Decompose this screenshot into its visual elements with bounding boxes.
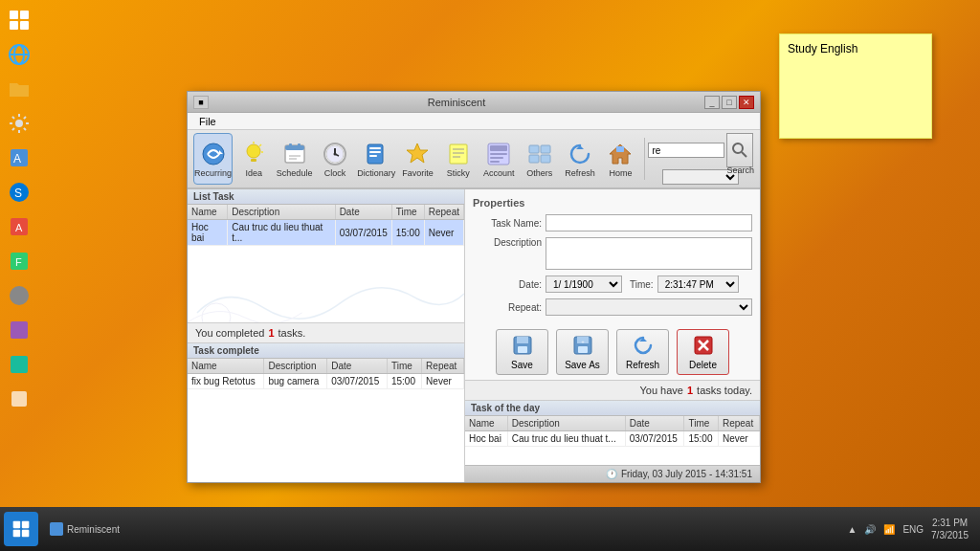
taskbar-clock[interactable]: 2:31 PM 7/3/2015 bbox=[931, 517, 969, 541]
svg-rect-49 bbox=[490, 153, 507, 155]
complete-desc: bug camera bbox=[264, 374, 327, 389]
close-button[interactable]: ✕ bbox=[739, 96, 754, 109]
svg-rect-2 bbox=[10, 21, 18, 30]
others-button[interactable]: Others bbox=[520, 133, 558, 185]
repeat-select[interactable] bbox=[546, 298, 752, 316]
task-complete-table-wrap: Name Description Date Time Repeat fix bu… bbox=[188, 359, 464, 482]
app2-icon[interactable]: A bbox=[4, 211, 34, 242]
task-summary-bar: You completed 1 tasks. bbox=[188, 323, 464, 343]
taskbar-date: 7/3/2015 bbox=[931, 529, 969, 541]
taskbar: Reminiscent ▲ 🔊 📶 ENG 2:31 PM 7/3/2015 bbox=[0, 507, 980, 551]
app1-icon[interactable]: A bbox=[4, 143, 34, 173]
svg-text:+: + bbox=[581, 339, 585, 344]
date-select[interactable]: 1/ 1/1900 bbox=[546, 276, 622, 293]
svg-rect-28 bbox=[285, 145, 304, 150]
minimize-button[interactable]: _ bbox=[704, 96, 720, 109]
dictionary-label: Dictionary bbox=[357, 169, 395, 178]
tod-name: Name bbox=[465, 416, 507, 431]
time-select[interactable]: 2:31:47 PM bbox=[657, 276, 739, 293]
svg-text:S: S bbox=[14, 187, 22, 200]
tod-desc-cell: Cau truc du lieu thuat t... bbox=[507, 431, 625, 447]
tod-date-cell: 03/07/2015 bbox=[625, 431, 684, 447]
search-label: Search bbox=[726, 166, 754, 175]
eng-indicator[interactable]: ENG bbox=[902, 524, 924, 535]
maximize-button[interactable]: □ bbox=[722, 96, 737, 109]
col-date: Date bbox=[335, 205, 391, 220]
description-input[interactable] bbox=[546, 237, 752, 270]
summary-text-1: You completed bbox=[195, 327, 264, 339]
sticky-note-content: Study English bbox=[788, 42, 858, 55]
status-bar: 🕐 Friday, 03 July 2015 - 14:31:51 bbox=[465, 465, 760, 482]
task-time-cell: 15:00 bbox=[391, 220, 424, 246]
table-row[interactable]: Hoc bai Cau truc du lieu thuat t... 03/0… bbox=[465, 431, 760, 447]
app5-icon[interactable] bbox=[4, 315, 34, 345]
task-of-day-header: Task of the day bbox=[465, 401, 760, 416]
favorite-label: Favorite bbox=[402, 169, 434, 178]
account-label: Account bbox=[483, 169, 515, 178]
date-label: Date: bbox=[473, 279, 542, 290]
settings-icon[interactable] bbox=[4, 108, 34, 139]
repeat-label: Repeat: bbox=[473, 302, 542, 313]
app6-icon[interactable] bbox=[4, 349, 34, 380]
save-button[interactable]: Save bbox=[496, 329, 548, 375]
refresh-button[interactable]: Refresh bbox=[561, 133, 599, 185]
window-title: Reminiscent bbox=[209, 97, 704, 108]
sticky-button[interactable]: Sticky bbox=[439, 133, 478, 185]
home-button[interactable]: Home bbox=[601, 133, 639, 185]
skype-icon[interactable]: S bbox=[4, 177, 34, 208]
app7-icon[interactable] bbox=[4, 384, 34, 414]
svg-rect-75 bbox=[13, 530, 21, 538]
refresh-action-button[interactable]: Refresh bbox=[616, 329, 669, 375]
svg-rect-76 bbox=[22, 530, 30, 538]
folder-icon[interactable] bbox=[4, 74, 34, 104]
taskbar-item-reminiscent[interactable]: Reminiscent bbox=[42, 512, 127, 546]
clock-button[interactable]: Clock bbox=[316, 133, 354, 185]
app4-icon[interactable] bbox=[4, 280, 34, 311]
account-button[interactable]: Account bbox=[479, 133, 518, 185]
delete-button[interactable]: Delete bbox=[677, 329, 729, 375]
save-as-button[interactable]: + Save As bbox=[556, 329, 609, 375]
schedule-button[interactable]: Schedule bbox=[275, 133, 313, 185]
taskbar-show-desktop[interactable]: ▲ bbox=[847, 524, 857, 535]
tod-name-cell: Hoc bai bbox=[465, 431, 507, 447]
app3-icon[interactable]: F bbox=[4, 246, 34, 276]
task-name-cell: Hoc bai bbox=[188, 220, 228, 246]
complete-date: 03/07/2015 bbox=[327, 374, 388, 389]
svg-rect-43 bbox=[450, 144, 467, 164]
svg-line-60 bbox=[742, 152, 746, 157]
desktop-icons: A S A F bbox=[0, 0, 38, 507]
recurring-button[interactable]: Recurring bbox=[193, 133, 233, 185]
svg-rect-73 bbox=[13, 521, 21, 529]
task-name-input[interactable] bbox=[546, 214, 752, 231]
idea-button[interactable]: Idea bbox=[234, 133, 273, 185]
favorite-button[interactable]: Favorite bbox=[398, 133, 436, 185]
svg-text:A: A bbox=[13, 152, 21, 165]
dictionary-button[interactable]: Dictionary bbox=[356, 133, 396, 185]
idea-label: Idea bbox=[245, 169, 262, 178]
svg-rect-0 bbox=[10, 11, 18, 19]
ie-icon[interactable] bbox=[4, 39, 34, 70]
task-of-day-section: You have 1 tasks today. Task of the day … bbox=[465, 381, 760, 465]
complete-repeat: Never bbox=[422, 374, 464, 389]
delete-label: Delete bbox=[689, 360, 717, 370]
svg-rect-31 bbox=[289, 143, 292, 148]
svg-rect-39 bbox=[369, 147, 381, 149]
repeat-row: Repeat: bbox=[473, 298, 752, 316]
task-list-section: List Task Name Description Date Time Rep… bbox=[188, 189, 464, 323]
svg-rect-32 bbox=[298, 143, 301, 148]
svg-line-25 bbox=[259, 144, 261, 146]
file-menu[interactable]: File bbox=[191, 113, 224, 130]
taskbar-system-tray: ▲ 🔊 📶 ENG 2:31 PM 7/3/2015 bbox=[847, 517, 976, 541]
start-button[interactable] bbox=[4, 512, 38, 546]
svg-rect-48 bbox=[490, 145, 507, 151]
search-input[interactable] bbox=[648, 143, 724, 158]
col-time: Time bbox=[391, 205, 424, 220]
table-row[interactable]: Hoc bai Cau truc du lieu thuat t... 03/0… bbox=[188, 220, 464, 246]
svg-point-7 bbox=[15, 120, 23, 127]
search-go-button[interactable] bbox=[726, 133, 753, 167]
taskbar-volume: 🔊 bbox=[864, 524, 876, 535]
windows-icon[interactable] bbox=[4, 5, 34, 35]
svg-rect-18 bbox=[11, 356, 28, 373]
sticky-label: Sticky bbox=[447, 169, 470, 178]
table-row[interactable]: fix bug Retotus bug camera 03/07/2015 15… bbox=[188, 374, 464, 389]
